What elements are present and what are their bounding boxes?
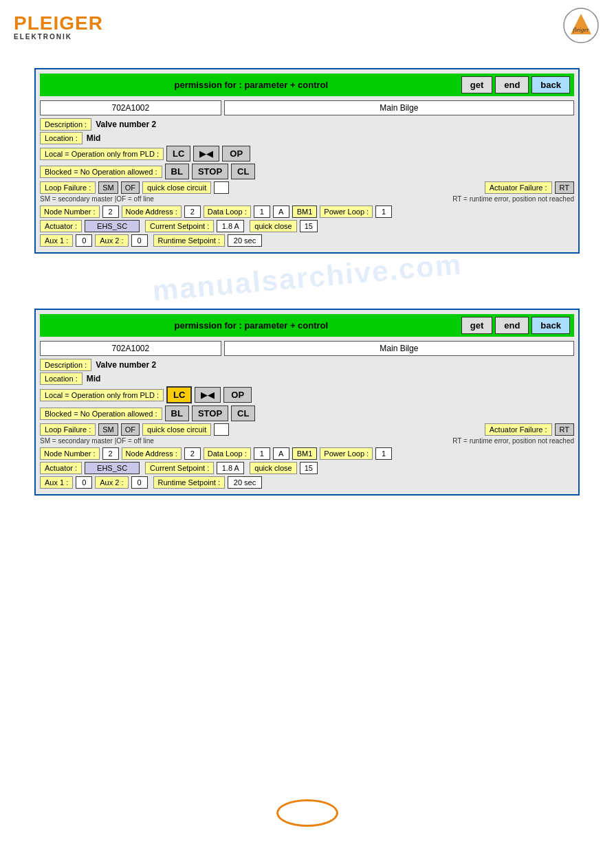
data-loop-a-2: A bbox=[273, 447, 289, 460]
svg-text:fleiger: fleiger bbox=[573, 26, 589, 33]
bl-button-1[interactable]: BL bbox=[165, 164, 189, 179]
end-button-1[interactable]: end bbox=[495, 76, 529, 93]
of-button-2[interactable]: OF bbox=[121, 423, 140, 436]
end-button-2[interactable]: end bbox=[495, 317, 529, 334]
get-button-1[interactable]: get bbox=[461, 76, 493, 93]
device-info-row-2: 702A1002 Main Bilge bbox=[40, 341, 574, 356]
sm-button-1[interactable]: SM bbox=[98, 181, 118, 194]
of-button-1[interactable]: OF bbox=[121, 181, 140, 194]
arrow-button-1[interactable]: ▶◀ bbox=[193, 146, 219, 162]
status-left-1: SM = secondary master |OF = off line bbox=[40, 195, 154, 203]
runtime-sp-label-2: Runtime Setpoint : bbox=[153, 476, 226, 489]
actuator-label-2: Actuator : bbox=[40, 462, 82, 474]
actuator-row-2: Actuator : EHS_SC Current Setpoint : 1.8… bbox=[40, 462, 574, 474]
data-loop-val-1: 1 bbox=[254, 205, 270, 218]
permission-bar-2: permission for : parameter + control get… bbox=[40, 314, 574, 337]
status-note-2: SM = secondary master |OF = off line RT … bbox=[40, 437, 574, 445]
loop-row-1: Loop Failure : SM OF quick close circuit… bbox=[40, 181, 574, 194]
aux2-val-1: 0 bbox=[131, 234, 148, 247]
op-button-2[interactable]: OP bbox=[223, 387, 252, 403]
aux2-val-2: 0 bbox=[131, 476, 148, 489]
lc-button-1[interactable]: LC bbox=[166, 146, 190, 162]
node-number-label-1: Node Number : bbox=[40, 205, 100, 218]
runtime-sp-label-1: Runtime Setpoint : bbox=[153, 234, 226, 247]
cl-button-1[interactable]: CL bbox=[231, 164, 255, 179]
device-id-1: 702A1002 bbox=[40, 100, 221, 115]
blocked-label-1: Blocked = No Operation allowed : bbox=[40, 166, 162, 178]
node-address-label-2: Node Address : bbox=[122, 447, 182, 460]
data-loop-label-1: Data Loop : bbox=[204, 205, 251, 218]
actuator-failure-label-2: Actuator Failure : bbox=[485, 423, 552, 436]
actuator-val-1: EHS_SC bbox=[85, 220, 140, 232]
device-name-2: Main Bilge bbox=[224, 341, 574, 356]
bl-button-2[interactable]: BL bbox=[165, 405, 189, 421]
location-label-2: Location : bbox=[40, 372, 83, 385]
sm-button-2[interactable]: SM bbox=[98, 423, 118, 436]
power-loop-label-1: Power Loop : bbox=[320, 205, 373, 218]
location-row-1: Location : Mid bbox=[40, 132, 574, 144]
node-number-label-2: Node Number : bbox=[40, 447, 100, 460]
current-sp-label-2: Current Setpoint : bbox=[145, 462, 214, 474]
location-row-2: Location : Mid bbox=[40, 372, 574, 385]
permission-bar-1: permission for : parameter + control get… bbox=[40, 74, 574, 96]
permission-text-1: permission for : parameter + control bbox=[44, 80, 459, 90]
aux1-label-1: Aux 1 : bbox=[40, 234, 73, 247]
quick-close-val-2: 15 bbox=[300, 462, 318, 474]
description-row-2: Description : Valve number 2 bbox=[40, 359, 574, 371]
panel-1: permission for : parameter + control get… bbox=[34, 68, 580, 254]
arrow-button-2[interactable]: ▶◀ bbox=[195, 387, 221, 403]
local-op-row-2: Local = Operation only from PLD : LC ▶◀ … bbox=[40, 386, 574, 403]
location-value-2: Mid bbox=[83, 374, 101, 383]
lc-button-2[interactable]: LC bbox=[166, 386, 192, 403]
data-loop-bml-2: BM1 bbox=[292, 447, 318, 460]
logo-left: PLEIGER ELEKTRONIK bbox=[14, 14, 103, 41]
qcc-box-2 bbox=[214, 423, 229, 436]
node-address-val-2: 2 bbox=[184, 447, 201, 460]
location-value-1: Mid bbox=[83, 133, 101, 143]
blocked-row-1: Blocked = No Operation allowed : BL STOP… bbox=[40, 164, 574, 179]
power-loop-val-1: 1 bbox=[375, 205, 392, 218]
stop-button-1[interactable]: STOP bbox=[192, 164, 228, 179]
actuator-val-2: EHS_SC bbox=[85, 462, 140, 474]
panel-2: permission for : parameter + control get… bbox=[34, 309, 580, 496]
description-value-1: Valve number 2 bbox=[91, 120, 156, 129]
cl-button-2[interactable]: CL bbox=[231, 405, 255, 421]
node-row-1: Node Number : 2 Node Address : 2 Data Lo… bbox=[40, 205, 574, 218]
power-loop-val-2: 1 bbox=[375, 447, 392, 460]
blocked-row-2: Blocked = No Operation allowed : BL STOP… bbox=[40, 405, 574, 421]
back-button-2[interactable]: back bbox=[531, 317, 570, 334]
logo-main: PLEIGER bbox=[14, 14, 103, 33]
qcc-label-2: quick close circuit bbox=[142, 423, 211, 436]
node-row-2: Node Number : 2 Node Address : 2 Data Lo… bbox=[40, 447, 574, 460]
back-button-1[interactable]: back bbox=[531, 76, 570, 93]
current-sp-val-1: 1.8 A bbox=[217, 220, 244, 232]
aux1-label-2: Aux 1 : bbox=[40, 476, 73, 489]
device-info-row-1: 702A1002 Main Bilge bbox=[40, 100, 574, 115]
runtime-sp-val-2: 20 sec bbox=[228, 476, 262, 489]
qcc-box-1 bbox=[214, 181, 229, 194]
power-loop-label-2: Power Loop : bbox=[320, 447, 373, 460]
pleiger-logo-icon: fleiger bbox=[562, 7, 600, 45]
device-id-2: 702A1002 bbox=[40, 341, 221, 356]
description-row-1: Description : Valve number 2 bbox=[40, 118, 574, 131]
rt-button-1[interactable]: RT bbox=[555, 181, 574, 194]
permission-text-2: permission for : parameter + control bbox=[44, 320, 459, 331]
runtime-sp-val-1: 20 sec bbox=[228, 234, 262, 247]
rt-button-2[interactable]: RT bbox=[555, 423, 574, 436]
aux-row-1: Aux 1 : 0 Aux 2 : 0 Runtime Setpoint : 2… bbox=[40, 234, 574, 247]
logo-right: fleiger bbox=[562, 7, 600, 47]
data-loop-a-1: A bbox=[273, 205, 289, 218]
data-loop-val-2: 1 bbox=[254, 447, 270, 460]
location-label-1: Location : bbox=[40, 132, 83, 144]
current-sp-val-2: 1.8 A bbox=[217, 462, 244, 474]
op-button-1[interactable]: OP bbox=[222, 146, 250, 162]
aux-row-2: Aux 1 : 0 Aux 2 : 0 Runtime Setpoint : 2… bbox=[40, 476, 574, 489]
local-label-1: Local = Operation only from PLD : bbox=[40, 148, 164, 160]
device-name-1: Main Bilge bbox=[224, 100, 574, 115]
status-left-2: SM = secondary master |OF = off line bbox=[40, 437, 154, 445]
aux2-label-1: Aux 2 : bbox=[95, 234, 128, 247]
get-button-2[interactable]: get bbox=[461, 317, 493, 334]
node-number-val-2: 2 bbox=[102, 447, 119, 460]
node-address-label-1: Node Address : bbox=[122, 205, 182, 218]
stop-button-2[interactable]: STOP bbox=[192, 405, 228, 421]
